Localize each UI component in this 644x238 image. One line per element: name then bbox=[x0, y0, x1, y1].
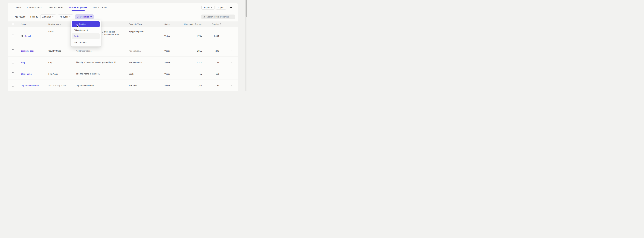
select-all-checkbox[interactable] bbox=[12, 23, 14, 25]
row-actions-button[interactable] bbox=[222, 51, 238, 51]
column-header-status[interactable]: Status bbox=[164, 23, 184, 26]
description-line: d users email from bbox=[102, 33, 129, 36]
export-button[interactable]: Export bbox=[216, 5, 226, 10]
menu-item-project[interactable]: Project bbox=[72, 33, 100, 39]
menu-item-billing-account[interactable]: Billing Account bbox=[72, 27, 100, 33]
description-cell[interactable]: Organization Name bbox=[76, 84, 129, 87]
example-value-cell[interactable]: xyz@lmnop.com bbox=[129, 27, 164, 33]
import-button[interactable]: Import bbox=[202, 5, 214, 10]
scrollbar-thumb[interactable] bbox=[246, 0, 247, 17]
queries-cell: 154 bbox=[202, 61, 222, 64]
chevron-down-icon bbox=[90, 16, 92, 17]
property-name-link[interactable]: $city bbox=[21, 61, 25, 64]
tab-profile-properties[interactable]: Profile Properties bbox=[69, 3, 87, 12]
divider bbox=[28, 15, 28, 19]
users-with-property-cell: 1M bbox=[184, 73, 202, 75]
search-input[interactable] bbox=[206, 16, 234, 18]
property-name-link[interactable]: $first_name bbox=[21, 73, 32, 75]
more-options-button[interactable] bbox=[228, 7, 233, 8]
table-row: $country_code Country Code Add Descripti… bbox=[8, 45, 238, 57]
users-with-property-cell: 1.31M bbox=[184, 61, 202, 64]
queries-cell: 95 bbox=[202, 84, 222, 87]
status-cell[interactable]: Visible bbox=[164, 84, 184, 87]
tab-events[interactable]: Events bbox=[15, 3, 21, 12]
display-name-cell[interactable]: City bbox=[48, 61, 76, 64]
column-header-queries[interactable]: Queries bbox=[202, 23, 222, 26]
chevron-down-icon bbox=[70, 16, 71, 17]
row-actions-button[interactable] bbox=[222, 85, 238, 86]
users-with-property-cell: 1.76M bbox=[184, 35, 202, 37]
profile-type-dropdown-menu: User Profiles Billing Account Project te… bbox=[70, 20, 101, 47]
toolbar: Import Export bbox=[202, 5, 233, 10]
status-cell[interactable]: Visible bbox=[164, 50, 184, 52]
properties-panel: Events Custom Events Event Properties Pr… bbox=[8, 3, 238, 91]
sort-icon[interactable] bbox=[220, 23, 222, 25]
export-button-label: Export bbox=[218, 6, 224, 9]
row-checkbox[interactable] bbox=[12, 61, 14, 64]
description-cell[interactable]: The first name of the user. bbox=[76, 72, 129, 75]
description-line: u must set this bbox=[102, 31, 129, 33]
queries-cell: 1,454 bbox=[202, 35, 222, 37]
example-value-cell[interactable]: San Francisco bbox=[129, 61, 164, 64]
column-header-queries-label: Queries bbox=[212, 23, 219, 26]
ellipsis-icon bbox=[228, 7, 232, 8]
tab-bar: Events Custom Events Event Properties Pr… bbox=[15, 3, 202, 12]
results-count: 719 results bbox=[15, 16, 26, 18]
table-row: $first_name First Name The first name of… bbox=[8, 68, 238, 80]
tab-custom-events[interactable]: Custom Events bbox=[27, 3, 42, 12]
table-row: Organization Name Add Property Name... O… bbox=[8, 80, 238, 91]
tabs-row: Events Custom Events Event Properties Pr… bbox=[8, 3, 238, 12]
display-name-cell[interactable]: Country Code bbox=[48, 50, 76, 52]
type-filter-label: All Types bbox=[60, 16, 68, 18]
queries-cell: 119 bbox=[202, 73, 222, 75]
filter-by-label: Filter by bbox=[30, 16, 38, 18]
row-actions-button[interactable] bbox=[222, 36, 238, 36]
row-checkbox[interactable] bbox=[12, 35, 14, 37]
profile-type-filter-dropdown[interactable]: User Profiles bbox=[75, 14, 94, 19]
chevron-down-icon bbox=[211, 7, 212, 8]
row-actions-button[interactable] bbox=[222, 74, 238, 74]
property-name-link[interactable]: $email bbox=[24, 35, 30, 37]
search-box bbox=[201, 15, 235, 19]
column-header-example-value[interactable]: Example Value bbox=[129, 23, 164, 26]
scrollbar-track[interactable] bbox=[246, 0, 247, 91]
display-name-cell[interactable]: Add Property Name... bbox=[48, 84, 76, 87]
queries-cell: 208 bbox=[202, 50, 222, 52]
status-cell[interactable]: Visible bbox=[164, 73, 184, 75]
row-actions-button[interactable] bbox=[222, 62, 238, 63]
table-grid-icon bbox=[21, 35, 23, 37]
description-cell[interactable]: The city of the event sender, parsed fro… bbox=[76, 61, 129, 64]
row-checkbox[interactable] bbox=[12, 84, 14, 87]
property-name-link[interactable]: Organization Name bbox=[21, 84, 38, 87]
status-filter-label: All Status bbox=[42, 16, 52, 18]
description-cell[interactable]: Add Description... bbox=[76, 50, 129, 52]
users-with-property-cell: 1.81M bbox=[184, 50, 202, 52]
status-filter-dropdown[interactable]: All Status bbox=[40, 14, 56, 19]
search-icon bbox=[203, 16, 205, 18]
row-checkbox[interactable] bbox=[12, 49, 14, 52]
column-header-name[interactable]: Name bbox=[21, 23, 48, 26]
users-with-property-cell: 1,675 bbox=[184, 84, 202, 87]
example-value-cell[interactable]: Mixpanel bbox=[129, 84, 164, 87]
column-header-users-with-property[interactable]: Users With Property bbox=[184, 23, 202, 26]
table-header: Name Display Name Example Value Status U… bbox=[8, 22, 238, 27]
profile-type-filter-label: User Profiles bbox=[77, 16, 89, 18]
import-button-label: Import bbox=[204, 6, 210, 9]
status-cell[interactable]: Visible bbox=[164, 35, 184, 37]
tab-lookup-tables[interactable]: Lookup Tables bbox=[93, 3, 107, 12]
menu-item-user-profiles[interactable]: User Profiles bbox=[72, 21, 100, 27]
status-cell[interactable]: Visible bbox=[164, 61, 184, 64]
type-filter-dropdown[interactable]: All Types bbox=[58, 14, 73, 19]
chevron-down-icon bbox=[52, 16, 54, 17]
display-name-cell[interactable]: First Name bbox=[48, 73, 76, 75]
menu-item-test-company[interactable]: test company bbox=[72, 39, 100, 45]
table-row: $email Email u must set this d users ema… bbox=[8, 27, 238, 45]
row-checkbox[interactable] bbox=[12, 72, 14, 75]
property-name-link[interactable]: $country_code bbox=[21, 50, 34, 52]
table-row: $city City The city of the event sender,… bbox=[8, 57, 238, 68]
example-value-cell[interactable]: Add Values... bbox=[129, 50, 164, 52]
filter-row: 719 results Filter by All Status All Typ… bbox=[8, 12, 238, 22]
tab-event-properties[interactable]: Event Properties bbox=[48, 3, 63, 12]
example-value-cell[interactable]: Scott bbox=[129, 73, 164, 75]
